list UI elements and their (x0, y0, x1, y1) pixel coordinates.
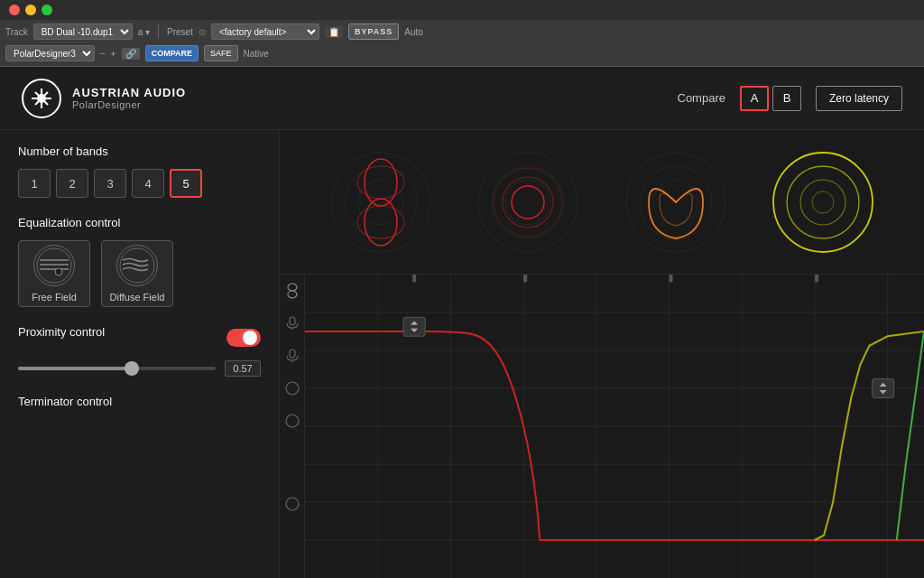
plus-btn[interactable]: + (111, 49, 116, 59)
svg-point-27 (288, 284, 297, 291)
logo: AUSTRIAN AUDIO PolarDesigner (22, 79, 186, 118)
band-icons-column (280, 275, 305, 578)
bands-section: Number of bands 1 2 3 4 5 (18, 144, 261, 198)
btn-b[interactable]: B (772, 86, 801, 111)
brand-name: AUSTRIAN AUDIO (72, 86, 186, 99)
right-side (280, 130, 924, 578)
svg-point-17 (512, 186, 544, 219)
polar-pattern-3[interactable] (622, 148, 730, 256)
band-btn-3[interactable]: 3 (94, 169, 126, 198)
logo-text: AUSTRIAN AUDIO PolarDesigner (72, 86, 186, 110)
logo-icon (22, 79, 61, 118)
svg-rect-51 (412, 275, 416, 282)
track-select[interactable]: BD Dual -10.dup1 (33, 23, 133, 40)
svg-point-34 (286, 415, 299, 427)
bands-title: Number of bands (18, 144, 261, 158)
svg-rect-53 (670, 275, 673, 282)
svg-point-19 (494, 168, 562, 237)
graph-canvas (305, 275, 924, 578)
band-btn-2[interactable]: 2 (56, 169, 88, 198)
maximize-icon[interactable] (42, 5, 52, 15)
band-icon-mic1[interactable] (283, 314, 301, 332)
close-icon[interactable] (9, 5, 20, 15)
band-icon-omni3[interactable] (283, 495, 301, 513)
proximity-value[interactable]: 0.57 (225, 360, 261, 377)
ab-buttons: A B (740, 86, 801, 111)
compare-button[interactable]: COMPARE (145, 45, 199, 61)
safe-button[interactable]: SAFE (204, 45, 238, 61)
band-icon-omni1[interactable] (283, 379, 301, 397)
diffuse-field-label: Diffuse Field (110, 292, 165, 303)
preset-arrow: ⊙ (199, 27, 206, 37)
product-name: PolarDesigner (72, 99, 186, 110)
band-btn-1[interactable]: 1 (18, 169, 51, 198)
daw-row2: PolarDesigner3 − + 🔗 COMPARE SAFE Native (5, 43, 919, 63)
minus-btn[interactable]: − (100, 49, 106, 59)
proximity-slider[interactable] (18, 367, 216, 370)
slider-fill (18, 367, 133, 370)
svg-point-23 (773, 153, 873, 252)
slider-row: 0.57 (18, 360, 261, 377)
svg-point-5 (55, 268, 62, 275)
diffuse-field-btn[interactable]: Diffuse Field (101, 240, 173, 307)
svg-point-8 (345, 166, 417, 238)
svg-point-26 (812, 191, 834, 213)
bypass-button[interactable]: BYPASS (348, 23, 399, 40)
titlebar (0, 0, 924, 20)
band-icon-mic2[interactable] (283, 347, 301, 365)
svg-point-18 (503, 177, 553, 228)
band-icon-omni2[interactable] (283, 412, 301, 430)
svg-point-35 (286, 498, 299, 510)
svg-point-25 (800, 180, 845, 225)
polar-pattern-1[interactable] (327, 148, 435, 256)
plugin-header: AUSTRIAN AUDIO PolarDesigner Compare A B… (0, 67, 924, 130)
auto-label: Auto (404, 27, 423, 37)
svg-point-1 (37, 248, 71, 283)
header-controls: Compare A B Zero latency (678, 86, 903, 111)
plugin-select[interactable]: PolarDesigner3 (5, 45, 95, 61)
zero-latency-button[interactable]: Zero latency (816, 86, 902, 111)
polar-pattern-4[interactable] (769, 148, 877, 256)
eq-buttons: Free Field Diffuse Field (18, 240, 261, 307)
minimize-icon[interactable] (25, 5, 36, 15)
band-btn-4[interactable]: 4 (132, 169, 164, 198)
svg-rect-52 (523, 275, 527, 282)
proximity-row: Proximity control (18, 325, 261, 350)
terminator-title: Terminator control (18, 395, 261, 408)
link-icon: 🔗 (122, 48, 140, 60)
free-field-btn[interactable]: Free Field (18, 240, 90, 307)
controls-panel: Number of bands 1 2 3 4 5 Equalization c… (0, 130, 280, 578)
svg-rect-54 (815, 275, 818, 282)
proximity-title: Proximity control (18, 325, 105, 339)
window-controls (9, 5, 52, 15)
svg-rect-29 (290, 317, 295, 325)
slider-thumb[interactable] (125, 361, 139, 376)
polar-patterns-row (280, 130, 924, 275)
separator (158, 24, 159, 39)
proximity-section: Proximity control 0.57 (18, 325, 261, 377)
svg-point-28 (288, 291, 297, 298)
proximity-toggle[interactable] (226, 329, 261, 347)
band-icon-figure8[interactable] (283, 282, 301, 300)
bands-row: 1 2 3 4 5 (18, 169, 261, 198)
btn-a[interactable]: A (740, 86, 769, 111)
preset-select[interactable]: <factory default> (211, 23, 319, 40)
eq-title: Equalization control (18, 216, 261, 229)
compare-label: Compare (678, 91, 725, 105)
svg-point-7 (331, 153, 430, 252)
main-content: Number of bands 1 2 3 4 5 Equalization c… (0, 130, 924, 578)
band-btn-5[interactable]: 5 (170, 169, 202, 198)
eq-section: Equalization control Free F (18, 216, 261, 307)
polar-pattern-2[interactable] (474, 148, 582, 256)
free-field-icon (33, 245, 75, 286)
native-label: Native (244, 49, 269, 59)
track-suffix: a ▾ (138, 27, 150, 37)
preset-copy-btn[interactable]: 📋 (325, 26, 343, 38)
svg-point-33 (286, 382, 299, 395)
eq-graph (280, 275, 924, 578)
svg-rect-31 (290, 350, 295, 358)
track-label: Track (5, 27, 28, 37)
daw-row1: Track BD Dual -10.dup1 a ▾ Preset ⊙ <fac… (5, 22, 919, 42)
daw-toolbar: Track BD Dual -10.dup1 a ▾ Preset ⊙ <fac… (0, 20, 924, 67)
free-field-label: Free Field (32, 292, 77, 303)
